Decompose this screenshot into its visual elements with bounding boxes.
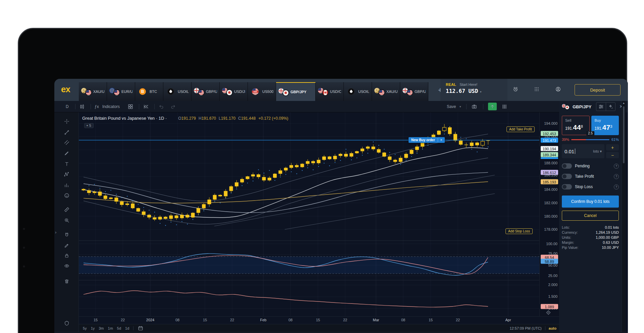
symbol-tab-usoil[interactable]: USOIL bbox=[344, 82, 372, 101]
xabcd-icon[interactable] bbox=[62, 170, 71, 179]
price-tick: 194.000 bbox=[544, 121, 557, 125]
trendline-icon[interactable] bbox=[62, 128, 71, 137]
go-to-date-icon[interactable] bbox=[138, 325, 144, 331]
text-icon[interactable] bbox=[62, 160, 71, 168]
time-tick: 2024 bbox=[146, 318, 154, 322]
publish-button[interactable] bbox=[488, 103, 497, 110]
help-icon[interactable]: ? bbox=[614, 174, 619, 179]
pencil-icon[interactable] bbox=[62, 241, 71, 250]
toggle-row-pending: Pending? bbox=[562, 163, 619, 169]
time-tick: 08 bbox=[175, 318, 179, 322]
cancel-button[interactable]: Cancel bbox=[562, 211, 619, 221]
symbol-tab-usoil[interactable]: USOIL bbox=[163, 82, 192, 101]
volume-input[interactable]: 0.01 lots ▾ bbox=[562, 144, 604, 158]
brush-icon[interactable] bbox=[62, 149, 71, 158]
symbol-tab-eur-usd[interactable]: EUR/USD bbox=[107, 82, 135, 101]
trash-icon[interactable] bbox=[62, 277, 71, 286]
forecast-icon[interactable] bbox=[62, 181, 71, 189]
symbol-tab-btc[interactable]: BTC bbox=[135, 82, 163, 101]
eye-icon[interactable] bbox=[62, 262, 71, 270]
price-scale[interactable]: 194.000192.000188.000186.250184.000182.0… bbox=[539, 112, 559, 316]
symbol-tab-gbp-usd[interactable]: GBP/USD bbox=[192, 82, 220, 101]
time-axis[interactable]: 15222024081522Feb081522Mar081522Apr bbox=[79, 316, 559, 324]
order-panel: Sell 191.448 Buy 191.473 2.5 39% 61% bbox=[559, 112, 622, 332]
emoji-icon[interactable] bbox=[62, 191, 71, 200]
buy-button[interactable]: Buy 191.473 bbox=[591, 116, 619, 135]
tab-label: US500 bbox=[262, 90, 273, 94]
save-button[interactable]: Save bbox=[447, 101, 456, 112]
add-take-profit-button[interactable]: Add Take Profit bbox=[506, 126, 535, 132]
interval-button[interactable]: D bbox=[66, 101, 69, 112]
symbol-tab-xau-usd[interactable]: XAU/USD bbox=[79, 82, 107, 101]
btc-flag-icon bbox=[138, 88, 148, 96]
time-tick: 15 bbox=[203, 318, 207, 322]
alerts-icon[interactable] bbox=[513, 86, 521, 94]
tab-label: USOIL bbox=[178, 90, 189, 94]
candlestick-chart[interactable] bbox=[79, 112, 539, 316]
account-summary[interactable]: REAL Start Here! 112.67 USD▾ bbox=[440, 79, 507, 101]
sell-button[interactable]: Sell 191.448 bbox=[562, 116, 590, 135]
symbol-tab-usd-cad[interactable]: USD/CAD bbox=[316, 82, 344, 101]
price-tick: 180.000 bbox=[544, 214, 557, 218]
volume-unit-dropdown[interactable]: lots ▾ bbox=[593, 149, 602, 154]
symbol-tab-gbp-usd[interactable]: GBP/USD bbox=[400, 82, 428, 101]
replay-icon[interactable] bbox=[143, 101, 149, 112]
symbol-tab-us500[interactable]: 500US500 bbox=[248, 82, 276, 101]
deposit-button[interactable]: Deposit bbox=[575, 84, 621, 96]
timeframe-1m[interactable]: 1m bbox=[108, 326, 113, 330]
timeframe-3m[interactable]: 3m bbox=[99, 326, 104, 330]
profile-icon[interactable] bbox=[555, 86, 563, 94]
redo-icon[interactable] bbox=[170, 101, 176, 112]
panels-icon[interactable] bbox=[501, 101, 507, 112]
order-panel-header: GBP/JPY × bbox=[559, 101, 628, 112]
chart-area[interactable]: Great Britain Pound vs Japanese Yen · 1D… bbox=[79, 112, 539, 316]
add-stop-loss-button[interactable]: Add Stop Loss bbox=[505, 228, 533, 234]
layout-grid-icon[interactable] bbox=[127, 101, 133, 112]
remove-order-icon[interactable]: × bbox=[438, 138, 442, 142]
timeframe-1d[interactable]: 1d bbox=[125, 326, 129, 330]
magnifier-icon[interactable] bbox=[62, 216, 71, 225]
symbol-tab-usd-jpy[interactable]: USD/JPY bbox=[220, 82, 248, 101]
timeframe-5y[interactable]: 5y bbox=[83, 326, 87, 330]
ruler-icon[interactable] bbox=[62, 205, 71, 214]
timeframe-1y[interactable]: 1y bbox=[91, 326, 95, 330]
magnet-icon[interactable] bbox=[62, 231, 71, 239]
timeframe-5d[interactable]: 5d bbox=[117, 326, 121, 330]
quick-trade-icon[interactable] bbox=[606, 103, 615, 111]
undo-icon[interactable] bbox=[158, 101, 164, 112]
help-icon[interactable]: ? bbox=[614, 164, 619, 169]
volume-decrease-button[interactable]: − bbox=[606, 152, 619, 158]
toggle-label: Stop Loss bbox=[575, 184, 593, 189]
symbol-tab-xau-usd[interactable]: XAU/USD bbox=[372, 82, 400, 101]
panel-scrollbar[interactable]: ▲ bbox=[622, 101, 626, 333]
shield-icon[interactable] bbox=[62, 319, 71, 328]
confirm-buy-button[interactable]: Confirm Buy 0.01 lots bbox=[562, 196, 619, 208]
screenshot-icon[interactable] bbox=[471, 101, 477, 112]
collapse-arrow-icon[interactable]: › bbox=[55, 230, 56, 235]
take-profit-toggle[interactable] bbox=[562, 174, 572, 179]
clock[interactable]: 12:57:09 PM (UTC) bbox=[509, 326, 541, 330]
lock-icon[interactable] bbox=[62, 251, 71, 260]
chevron-down-icon[interactable]: ▾ bbox=[460, 101, 461, 112]
apps-grid-icon[interactable] bbox=[534, 86, 542, 94]
symbol-tab-gbp-jpy[interactable]: GBP/JPY bbox=[276, 82, 316, 101]
hidden-indicators-chip[interactable]: ▾ 5 bbox=[84, 123, 94, 128]
auto-scale-toggle[interactable]: auto bbox=[549, 326, 556, 330]
new-buy-order-label[interactable]: New Buy order × bbox=[409, 137, 445, 143]
scroll-up-icon[interactable]: ▲ bbox=[622, 102, 626, 105]
instrument-tabs: XAU/USDEUR/USDBTCUSOILGBP/USDUSD/JPY500U… bbox=[79, 82, 428, 101]
help-icon[interactable]: ? bbox=[614, 184, 619, 189]
channel-icon[interactable] bbox=[62, 138, 71, 147]
price-tick: 182.000 bbox=[544, 201, 557, 205]
crosshair-icon[interactable] bbox=[62, 117, 71, 126]
order-settings-icon[interactable] bbox=[596, 103, 606, 111]
account-hint: Start Here! bbox=[460, 82, 477, 87]
scroll-to-realtime-icon[interactable] bbox=[545, 310, 622, 317]
pending-toggle[interactable] bbox=[562, 163, 572, 169]
stop-loss-toggle[interactable] bbox=[562, 184, 572, 189]
volume-increase-button[interactable]: + bbox=[606, 144, 619, 151]
fx-icon[interactable]: ƒx bbox=[95, 101, 99, 112]
candle-style-icon[interactable] bbox=[79, 101, 85, 112]
indicators-button[interactable]: Indicators bbox=[102, 101, 120, 112]
exness-logo: ex bbox=[61, 84, 70, 95]
